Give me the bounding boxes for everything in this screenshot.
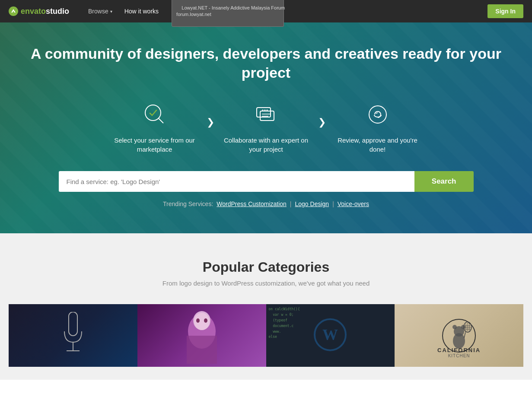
logo-text: envatostudio xyxy=(21,7,69,16)
svg-rect-11 xyxy=(69,312,77,336)
how-it-works-nav-link[interactable]: How it works xyxy=(118,0,165,22)
code-background: on calcWidth(){ var w = 0; (typeof docum… xyxy=(266,304,395,367)
california-text: CALIFORNIA KITCHEN xyxy=(437,347,481,358)
microphone-icon xyxy=(60,312,86,359)
search-input[interactable] xyxy=(59,171,414,192)
logo[interactable]: envatostudio xyxy=(9,6,69,16)
svg-line-28 xyxy=(464,332,465,338)
trending-link-voiceovers[interactable]: Voice-overs xyxy=(338,200,369,207)
trending-link-wordpress[interactable]: WordPress Customization xyxy=(217,200,287,207)
svg-point-0 xyxy=(9,6,18,16)
navbar-right: Sign In xyxy=(487,4,523,18)
category-card-design[interactable] xyxy=(137,304,266,367)
svg-point-10 xyxy=(369,106,386,123)
step-2-icon xyxy=(251,99,281,130)
step-3-label: Review, approve and you're done! xyxy=(330,136,425,154)
svg-point-19 xyxy=(204,318,207,323)
categories-section: Popular Categories From logo design to W… xyxy=(0,233,532,380)
svg-point-25 xyxy=(452,325,457,329)
browse-nav-link[interactable]: Browse ▾ xyxy=(82,0,118,22)
step-1-icon xyxy=(140,99,170,130)
svg-point-8 xyxy=(264,110,265,111)
hero-title: A community of designers, developers and… xyxy=(9,44,523,82)
svg-rect-3 xyxy=(257,108,271,117)
svg-point-7 xyxy=(262,110,263,111)
categories-grid: on calcWidth(){ var w = 0; (typeof docum… xyxy=(9,304,523,367)
california-sub: KITCHEN xyxy=(437,353,481,358)
svg-point-9 xyxy=(266,110,268,111)
svg-point-26 xyxy=(461,325,465,329)
svg-line-2 xyxy=(158,118,163,123)
california-name: CALIFORNIA xyxy=(437,347,481,353)
design-illustration-icon xyxy=(182,308,221,364)
svg-rect-16 xyxy=(187,336,217,364)
category-card-california[interactable]: CALIFORNIA KITCHEN xyxy=(395,304,523,367)
steps-row: Select your service from our marketplace… xyxy=(9,99,523,154)
step-2: Collaborate with an expert on your proje… xyxy=(219,99,314,154)
envato-logo-icon xyxy=(9,6,18,16)
step-2-label: Collaborate with an expert on your proje… xyxy=(219,136,314,154)
step-arrow-1: ❯ xyxy=(202,117,219,128)
sign-in-button[interactable]: Sign In xyxy=(487,4,523,18)
svg-rect-4 xyxy=(260,111,274,121)
trending-services: Trending Services: WordPress Customizati… xyxy=(9,200,523,207)
category-card-music[interactable] xyxy=(9,304,137,367)
wordpress-logo-icon: W xyxy=(313,318,347,354)
categories-subtitle: From logo design to WordPress customizat… xyxy=(9,280,523,287)
step-3-icon xyxy=(363,99,393,130)
hero-section: A community of designers, developers and… xyxy=(0,22,532,233)
trending-link-logo[interactable]: Logo Design xyxy=(295,200,329,207)
navbar: envatostudio Browse ▾ How it works Lowya… xyxy=(0,0,532,22)
nav-links: Browse ▾ How it works xyxy=(82,0,165,22)
category-card-wordpress[interactable]: on calcWidth(){ var w = 0; (typeof docum… xyxy=(266,304,395,367)
svg-point-18 xyxy=(196,318,200,323)
step-arrow-2: ❯ xyxy=(314,117,330,128)
browse-chevron-icon: ▾ xyxy=(110,9,112,14)
step-1-label: Select your service from our marketplace xyxy=(107,136,202,154)
step-3: Review, approve and you're done! xyxy=(330,99,425,154)
trending-label: Trending Services: xyxy=(163,200,213,207)
search-bar: Search xyxy=(59,171,474,192)
categories-title: Popular Categories xyxy=(9,259,523,275)
step-1: Select your service from our marketplace xyxy=(107,99,202,154)
address-bar[interactable]: Lowyat.NET - Insanely Addictive Malaysia… xyxy=(172,0,284,27)
svg-text:W: W xyxy=(322,326,338,343)
search-button[interactable]: Search xyxy=(414,171,474,192)
